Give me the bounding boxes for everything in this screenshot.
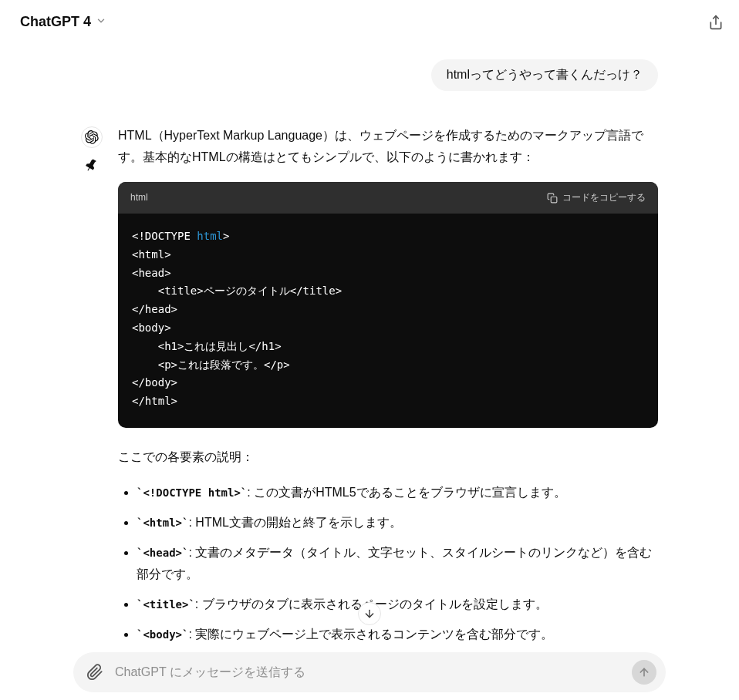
composer-bar (73, 652, 666, 692)
list-item: `<html>`: HTML文書の開始と終了を示します。 (137, 512, 658, 533)
composer (73, 652, 666, 692)
svg-rect-1 (551, 197, 557, 203)
code-block: html コードをコピーする <!DOCTYPE html> <html> <h… (118, 182, 658, 428)
message-input[interactable] (115, 665, 624, 679)
list-item: `<body>`: 実際にウェブページ上で表示されるコンテンツを含む部分です。 (137, 624, 658, 644)
code-body: <!DOCTYPE html> <html> <head> <title>ページ… (118, 214, 658, 428)
model-selector[interactable]: ChatGPT 4 (14, 11, 113, 33)
copy-code-button[interactable]: コードをコピーする (547, 190, 646, 206)
model-label: ChatGPT 4 (20, 14, 91, 30)
code-language-label: html (130, 190, 148, 206)
assistant-content: HTML（HyperText Markup Language）は、ウェブページを… (118, 125, 658, 684)
attach-button[interactable] (83, 660, 107, 685)
copy-code-label: コードをコピーする (562, 190, 646, 206)
explain-intro: ここでの各要素の説明： (118, 446, 658, 468)
pin-icon[interactable] (85, 157, 99, 171)
send-button[interactable] (632, 660, 656, 685)
list-item: `<!DOCTYPE html>`: この文書がHTML5であることをブラウザに… (137, 482, 658, 503)
list-item: `<title>`: ブラウザのタブに表示されるページのタイトルを設定します。 (137, 594, 658, 614)
user-message-row: htmlってどうやって書くんだっけ？ (76, 59, 663, 91)
chevron-down-icon (96, 14, 106, 30)
assistant-intro: HTML（HyperText Markup Language）は、ウェブページを… (118, 125, 658, 168)
assistant-avatar (81, 126, 103, 148)
share-button[interactable] (707, 13, 725, 32)
scroll-to-bottom-button[interactable] (358, 602, 381, 625)
assistant-message-row: HTML（HyperText Markup Language）は、ウェブページを… (76, 125, 663, 684)
header: ChatGPT 4 (0, 0, 739, 44)
explanation-list: `<!DOCTYPE html>`: この文書がHTML5であることをブラウザに… (118, 482, 658, 675)
code-block-header: html コードをコピーする (118, 182, 658, 214)
list-item: `<head>`: 文書のメタデータ（タイトル、文字セット、スタイルシートのリン… (137, 542, 658, 584)
user-message-bubble: htmlってどうやって書くんだっけ？ (431, 59, 658, 91)
avatar-column (81, 125, 103, 684)
